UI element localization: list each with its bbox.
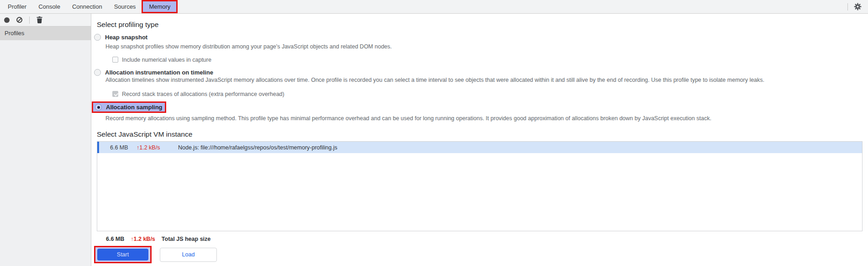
radio-heap-snapshot-label: Heap snapshot [105, 34, 147, 41]
load-button[interactable]: Load [160, 248, 217, 262]
radio-allocation-timeline[interactable]: Allocation instrumentation on timeline [94, 69, 868, 76]
total-heap-size-label: Total JS heap size [162, 236, 210, 242]
checkbox-icon[interactable] [112, 91, 118, 97]
profiler-toolbar [0, 14, 91, 27]
gear-icon[interactable] [854, 3, 862, 11]
tabbar-right [847, 0, 868, 13]
radio-allocation-sampling-label: Allocation sampling [106, 104, 163, 111]
allocation-timeline-description: Allocation timelines show instrumented J… [105, 77, 857, 84]
actions-footer: Start Load [94, 246, 868, 263]
radio-allocation-timeline-label: Allocation instrumentation on timeline [105, 69, 213, 76]
toolbar-divider [847, 3, 848, 11]
devtools-tabbar: Profiler Console Connection Sources Memo… [0, 0, 868, 14]
vm-heap-size: 6.6 MB [110, 144, 131, 151]
start-button[interactable]: Start [97, 249, 148, 261]
vm-instance-heading: Select JavaScript VM instance [97, 130, 868, 138]
tab-connection[interactable]: Connection [66, 0, 108, 13]
tab-sources[interactable]: Sources [108, 0, 142, 13]
clear-icon[interactable] [16, 17, 22, 23]
checkbox-include-numerical-values[interactable]: Include numerical values in capture [112, 56, 868, 63]
radio-heap-snapshot[interactable]: Heap snapshot [94, 33, 868, 41]
total-alloc-rate: ↑1.2 kB/s [131, 236, 155, 242]
radio-icon[interactable] [94, 34, 101, 41]
sidebar-item-profiles[interactable]: Profiles [0, 27, 91, 40]
heap-snapshot-description: Heap snapshot profiles show memory distr… [105, 43, 857, 50]
annotation-box-allocation-sampling: Allocation sampling [92, 101, 166, 113]
checkbox-record-stack-traces[interactable]: Record stack traces of allocations (extr… [112, 90, 868, 97]
tab-profiler[interactable]: Profiler [2, 0, 32, 13]
radio-icon[interactable] [95, 104, 102, 111]
checkbox-include-numerical-values-label: Include numerical values in capture [122, 57, 211, 63]
checkbox-record-stack-traces-label: Record stack traces of allocations (extr… [122, 91, 284, 97]
radio-allocation-sampling[interactable]: Allocation sampling [95, 103, 163, 111]
tab-memory[interactable]: Memory [142, 0, 178, 13]
vm-instance-list: 6.6 MB ↑1.2 kB/s Node.js: file:///home/r… [97, 141, 863, 231]
vm-instance-row[interactable]: 6.6 MB ↑1.2 kB/s Node.js: file:///home/r… [97, 142, 862, 153]
total-heap-stats: 6.6 MB ↑1.2 kB/s Total JS heap size [106, 235, 868, 243]
allocation-sampling-description: Record memory allocations using sampling… [105, 115, 857, 122]
radio-icon[interactable] [94, 69, 101, 76]
record-icon[interactable] [4, 17, 10, 23]
profiling-type-heading: Select profiling type [97, 20, 868, 29]
vm-alloc-rate: ↑1.2 kB/s [137, 144, 167, 151]
vm-instance-name: Node.js: file:///home/rafaelgss/repos/os… [178, 144, 337, 151]
annotation-box-start: Start [94, 246, 152, 263]
checkbox-icon[interactable] [112, 57, 118, 63]
tab-console[interactable]: Console [32, 0, 66, 13]
total-heap-size-value: 6.6 MB [106, 236, 124, 242]
memory-panel: Select profiling type Heap snapshot Heap… [91, 14, 868, 266]
toolbar-divider [29, 16, 30, 24]
profiles-sidebar: Profiles [0, 14, 91, 266]
trash-icon[interactable] [37, 16, 42, 23]
